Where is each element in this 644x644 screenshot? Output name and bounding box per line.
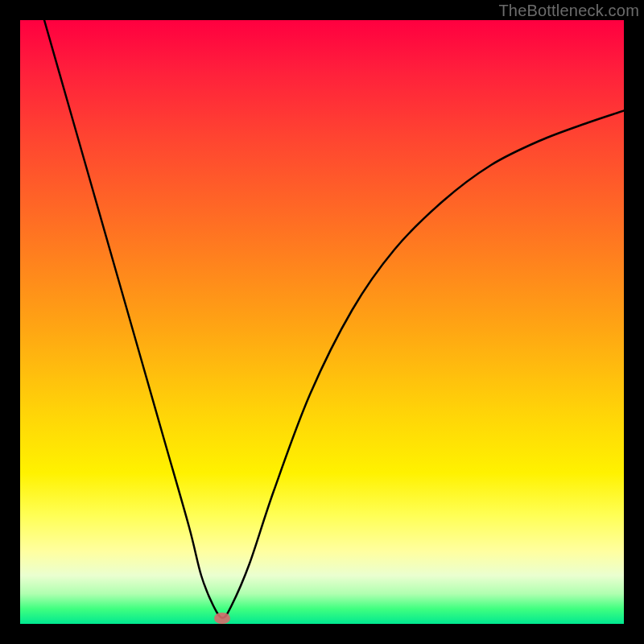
chart-stage: TheBottleneck.com	[0, 0, 644, 644]
watermark-text: TheBottleneck.com	[498, 2, 639, 20]
optimal-point-marker	[214, 613, 230, 624]
curve-svg	[20, 20, 624, 624]
plot-area	[20, 20, 624, 624]
bottleneck-curve	[44, 20, 624, 618]
